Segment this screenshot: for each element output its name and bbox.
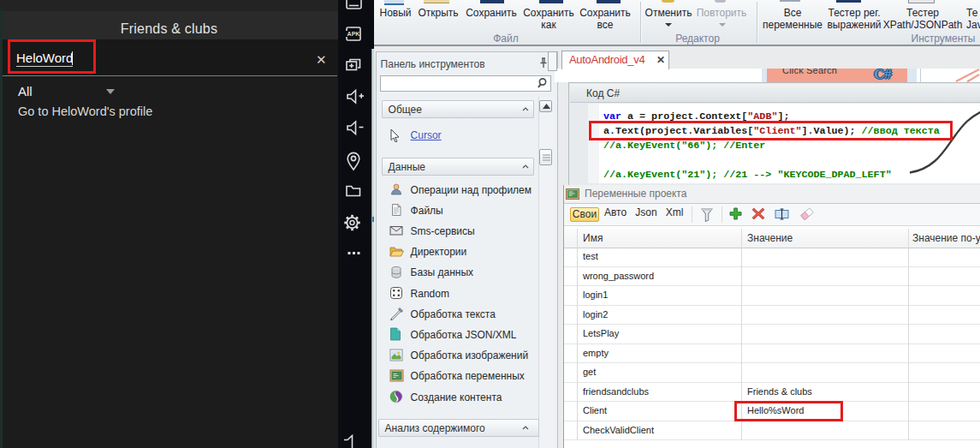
svg-text:APK: APK: [347, 31, 360, 37]
